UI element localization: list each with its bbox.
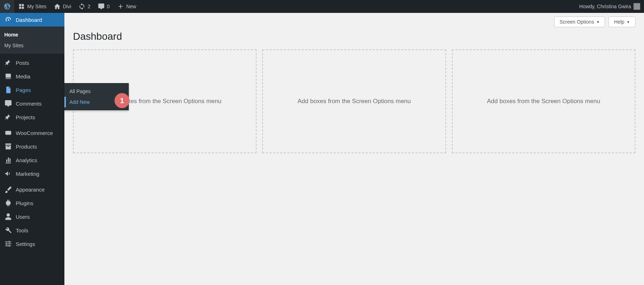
placeholder-box: Add boxes from the Screen Options menu <box>262 49 446 153</box>
menu-comments-label: Comments <box>16 101 42 107</box>
menu-projects[interactable]: Projects <box>0 110 64 124</box>
comments-icon <box>4 100 12 107</box>
submenu-my-sites[interactable]: My Sites <box>0 40 64 51</box>
wp-logo-menu[interactable] <box>0 0 14 13</box>
screen-options-button[interactable]: Screen Options ▼ <box>554 16 605 27</box>
menu-posts-label: Posts <box>16 60 29 66</box>
menu-appearance-label: Appearance <box>16 187 45 193</box>
placeholder-box: Add boxes from the Screen Options menu <box>452 49 635 153</box>
comments-count: 0 <box>107 4 110 9</box>
updates-menu[interactable]: 2 <box>75 0 94 13</box>
submenu-dashboard: Home My Sites <box>0 26 64 54</box>
home-icon <box>54 3 61 10</box>
menu-analytics[interactable]: Analytics <box>0 153 64 167</box>
dashboard-widgets: Add boxes from the Screen Options menu A… <box>73 49 635 153</box>
sliders-icon <box>4 240 12 248</box>
menu-products[interactable]: Products <box>0 140 64 153</box>
updates-count: 2 <box>88 4 91 9</box>
top-row: Screen Options ▼ Help ▼ <box>73 13 635 27</box>
site-name-menu[interactable]: Divi <box>50 0 75 13</box>
site-name-label: Divi <box>63 4 71 9</box>
dashboard-icon <box>4 16 12 24</box>
comments-menu[interactable]: 0 <box>94 0 113 13</box>
page-icon <box>4 86 12 94</box>
chevron-down-icon: ▼ <box>596 20 600 24</box>
menu-pages-label: Pages <box>16 87 31 93</box>
howdy-label: Howdy, Christina Gwira <box>579 4 631 9</box>
pin-icon <box>4 59 12 67</box>
new-label: New <box>126 4 136 9</box>
menu-settings-label: Settings <box>16 241 35 247</box>
menu-settings[interactable]: Settings <box>0 237 64 251</box>
menu-pages[interactable]: Pages All Pages Add New 1 <box>0 83 64 97</box>
menu-analytics-label: Analytics <box>16 157 37 163</box>
submenu-home[interactable]: Home <box>0 29 64 40</box>
menu-marketing-label: Marketing <box>16 171 39 177</box>
comment-icon <box>98 3 105 10</box>
chevron-down-icon: ▼ <box>626 20 630 24</box>
menu-woocommerce-label: WooCommerce <box>16 130 53 136</box>
menu-projects-label: Projects <box>16 114 35 120</box>
media-icon <box>4 72 12 80</box>
content-area: Screen Options ▼ Help ▼ Dashboard Add bo… <box>64 13 644 285</box>
menu-tools[interactable]: Tools <box>0 223 64 237</box>
menu-media[interactable]: Media <box>0 69 64 83</box>
wrench-icon <box>4 226 12 234</box>
menu-tools-label: Tools <box>16 227 28 233</box>
menu-media-label: Media <box>16 73 30 79</box>
my-sites-menu[interactable]: My Sites <box>14 0 50 13</box>
admin-bar-left: My Sites Divi 2 0 New <box>0 0 140 13</box>
new-content-menu[interactable]: New <box>113 0 140 13</box>
menu-marketing[interactable]: Marketing <box>0 167 64 180</box>
admin-bar: My Sites Divi 2 0 New <box>0 0 644 13</box>
menu-comments[interactable]: Comments <box>0 97 64 110</box>
avatar <box>633 3 640 10</box>
menu-products-label: Products <box>16 144 37 150</box>
menu-dashboard-label: Dashboard <box>16 17 42 23</box>
wordpress-icon <box>4 3 11 10</box>
my-account-menu[interactable]: Howdy, Christina Gwira <box>576 0 644 13</box>
plug-icon <box>4 199 12 207</box>
my-sites-label: My Sites <box>27 4 47 9</box>
menu-users-label: Users <box>16 214 30 220</box>
pin-icon <box>4 113 12 121</box>
menu-appearance[interactable]: Appearance <box>0 183 64 196</box>
admin-sidebar: Dashboard Home My Sites Posts Media Page… <box>0 13 64 285</box>
chart-icon <box>4 156 12 164</box>
user-icon <box>4 213 12 221</box>
brush-icon <box>4 185 12 193</box>
admin-bar-right: Howdy, Christina Gwira <box>576 0 644 13</box>
page-title: Dashboard <box>73 31 635 42</box>
menu-plugins-label: Plugins <box>16 200 33 206</box>
woocommerce-icon <box>4 129 12 137</box>
menu-woocommerce[interactable]: WooCommerce <box>0 126 64 140</box>
update-icon <box>78 3 86 10</box>
annotation-step-1: 1 <box>114 93 130 108</box>
menu-plugins[interactable]: Plugins <box>0 196 64 210</box>
menu-posts[interactable]: Posts <box>0 56 64 69</box>
megaphone-icon <box>4 170 12 178</box>
screen-options-label: Screen Options <box>560 19 594 25</box>
help-button[interactable]: Help ▼ <box>609 16 635 27</box>
menu-dashboard[interactable]: Dashboard <box>0 13 64 26</box>
help-label: Help <box>614 19 624 25</box>
plus-icon <box>117 3 124 10</box>
menu-users[interactable]: Users <box>0 210 64 223</box>
archive-icon <box>4 142 12 150</box>
network-icon <box>18 3 25 10</box>
svg-rect-0 <box>5 131 11 135</box>
